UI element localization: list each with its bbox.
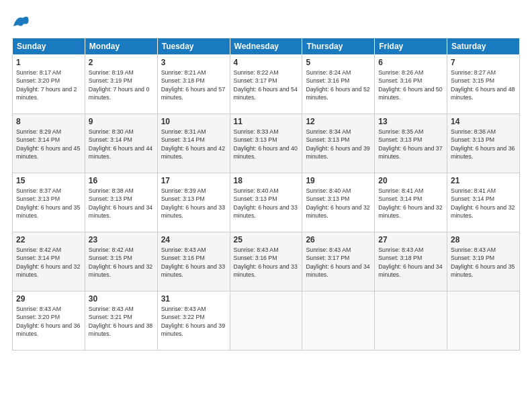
day-number: 11 — [234, 117, 299, 126]
day-number: 18 — [234, 176, 299, 185]
calendar-cell — [447, 291, 520, 351]
day-number: 12 — [306, 117, 371, 126]
day-number: 21 — [451, 176, 516, 185]
day-info: Sunrise: 8:40 AMSunset: 3:13 PMDaylight:… — [234, 187, 299, 220]
day-number: 17 — [161, 176, 226, 185]
calendar-cell: 30Sunrise: 8:43 AMSunset: 3:21 PMDayligh… — [85, 291, 157, 351]
calendar-cell: 17Sunrise: 8:39 AMSunset: 3:13 PMDayligh… — [157, 173, 230, 232]
calendar-cell: 16Sunrise: 8:38 AMSunset: 3:13 PMDayligh… — [85, 173, 157, 232]
calendar-cell: 25Sunrise: 8:43 AMSunset: 3:16 PMDayligh… — [230, 232, 302, 291]
day-info: Sunrise: 8:27 AMSunset: 3:15 PMDaylight:… — [451, 68, 516, 101]
day-number: 6 — [378, 58, 443, 67]
day-info: Sunrise: 8:31 AMSunset: 3:14 PMDaylight:… — [161, 128, 226, 161]
calendar-cell: 19Sunrise: 8:40 AMSunset: 3:13 PMDayligh… — [302, 173, 375, 232]
day-number: 7 — [451, 58, 516, 67]
day-number: 23 — [89, 235, 154, 244]
calendar-cell: 5Sunrise: 8:24 AMSunset: 3:16 PMDaylight… — [302, 55, 375, 114]
calendar-body: 1Sunrise: 8:17 AMSunset: 3:20 PMDaylight… — [13, 55, 520, 351]
day-info: Sunrise: 8:35 AMSunset: 3:13 PMDaylight:… — [378, 128, 443, 161]
day-number: 20 — [378, 176, 443, 185]
day-info: Sunrise: 8:43 AMSunset: 3:16 PMDaylight:… — [161, 246, 226, 279]
day-info: Sunrise: 8:19 AMSunset: 3:19 PMDaylight:… — [89, 68, 154, 101]
day-number: 15 — [16, 176, 81, 185]
weekday-header-tuesday: Tuesday — [157, 38, 230, 55]
day-number: 19 — [306, 176, 371, 185]
calendar-cell: 13Sunrise: 8:35 AMSunset: 3:13 PMDayligh… — [375, 114, 447, 173]
calendar-cell: 4Sunrise: 8:22 AMSunset: 3:17 PMDaylight… — [230, 55, 302, 114]
calendar-cell: 2Sunrise: 8:19 AMSunset: 3:19 PMDaylight… — [85, 55, 157, 114]
day-info: Sunrise: 8:43 AMSunset: 3:17 PMDaylight:… — [306, 246, 371, 279]
day-number: 4 — [234, 58, 299, 67]
day-number: 2 — [89, 58, 154, 67]
logo — [12, 12, 34, 31]
day-info: Sunrise: 8:21 AMSunset: 3:18 PMDaylight:… — [161, 68, 226, 101]
day-info: Sunrise: 8:42 AMSunset: 3:15 PMDaylight:… — [89, 246, 154, 279]
calendar-week-2: 8Sunrise: 8:29 AMSunset: 3:14 PMDaylight… — [13, 114, 520, 173]
day-number: 8 — [16, 117, 81, 126]
calendar-cell: 28Sunrise: 8:43 AMSunset: 3:19 PMDayligh… — [447, 232, 520, 291]
weekday-row: SundayMondayTuesdayWednesdayThursdayFrid… — [13, 38, 520, 55]
day-number: 27 — [378, 235, 443, 244]
page: SundayMondayTuesdayWednesdayThursdayFrid… — [0, 0, 532, 411]
day-number: 25 — [234, 235, 299, 244]
logo-icon — [12, 12, 31, 31]
day-number: 16 — [89, 176, 154, 185]
day-info: Sunrise: 8:22 AMSunset: 3:17 PMDaylight:… — [234, 68, 299, 101]
day-info: Sunrise: 8:38 AMSunset: 3:13 PMDaylight:… — [89, 187, 154, 220]
calendar-cell: 18Sunrise: 8:40 AMSunset: 3:13 PMDayligh… — [230, 173, 302, 232]
calendar-cell: 6Sunrise: 8:26 AMSunset: 3:16 PMDaylight… — [375, 55, 447, 114]
day-number: 31 — [161, 294, 226, 304]
calendar-cell: 12Sunrise: 8:34 AMSunset: 3:13 PMDayligh… — [302, 114, 375, 173]
day-info: Sunrise: 8:43 AMSunset: 3:19 PMDaylight:… — [451, 246, 516, 279]
day-info: Sunrise: 8:36 AMSunset: 3:13 PMDaylight:… — [451, 128, 516, 161]
calendar-cell: 1Sunrise: 8:17 AMSunset: 3:20 PMDaylight… — [13, 55, 85, 114]
day-number: 1 — [16, 58, 81, 67]
day-info: Sunrise: 8:43 AMSunset: 3:22 PMDaylight:… — [161, 305, 226, 338]
calendar-cell: 24Sunrise: 8:43 AMSunset: 3:16 PMDayligh… — [157, 232, 230, 291]
calendar-table: SundayMondayTuesdayWednesdayThursdayFrid… — [12, 38, 520, 351]
day-number: 28 — [451, 235, 516, 244]
calendar-cell: 22Sunrise: 8:42 AMSunset: 3:14 PMDayligh… — [13, 232, 85, 291]
day-info: Sunrise: 8:34 AMSunset: 3:13 PMDaylight:… — [306, 128, 371, 161]
day-info: Sunrise: 8:24 AMSunset: 3:16 PMDaylight:… — [306, 68, 371, 101]
calendar-week-1: 1Sunrise: 8:17 AMSunset: 3:20 PMDaylight… — [13, 55, 520, 114]
calendar-cell: 8Sunrise: 8:29 AMSunset: 3:14 PMDaylight… — [13, 114, 85, 173]
day-info: Sunrise: 8:43 AMSunset: 3:21 PMDaylight:… — [89, 305, 154, 338]
day-info: Sunrise: 8:40 AMSunset: 3:13 PMDaylight:… — [306, 187, 371, 220]
day-info: Sunrise: 8:33 AMSunset: 3:13 PMDaylight:… — [234, 128, 299, 161]
day-number: 22 — [16, 235, 81, 244]
day-info: Sunrise: 8:43 AMSunset: 3:20 PMDaylight:… — [16, 305, 81, 338]
day-number: 5 — [306, 58, 371, 67]
day-info: Sunrise: 8:37 AMSunset: 3:13 PMDaylight:… — [16, 187, 81, 220]
calendar-cell: 11Sunrise: 8:33 AMSunset: 3:13 PMDayligh… — [230, 114, 302, 173]
calendar-week-5: 29Sunrise: 8:43 AMSunset: 3:20 PMDayligh… — [13, 291, 520, 351]
day-number: 30 — [89, 294, 154, 304]
weekday-header-wednesday: Wednesday — [230, 38, 302, 55]
calendar-cell — [230, 291, 302, 351]
day-info: Sunrise: 8:39 AMSunset: 3:13 PMDaylight:… — [161, 187, 226, 220]
day-info: Sunrise: 8:26 AMSunset: 3:16 PMDaylight:… — [378, 68, 443, 101]
calendar-cell: 10Sunrise: 8:31 AMSunset: 3:14 PMDayligh… — [157, 114, 230, 173]
day-number: 14 — [451, 117, 516, 126]
calendar-cell: 23Sunrise: 8:42 AMSunset: 3:15 PMDayligh… — [85, 232, 157, 291]
calendar-cell: 20Sunrise: 8:41 AMSunset: 3:14 PMDayligh… — [375, 173, 447, 232]
weekday-header-monday: Monday — [85, 38, 157, 55]
calendar-cell: 14Sunrise: 8:36 AMSunset: 3:13 PMDayligh… — [447, 114, 520, 173]
day-info: Sunrise: 8:17 AMSunset: 3:20 PMDaylight:… — [16, 68, 81, 101]
calendar-week-4: 22Sunrise: 8:42 AMSunset: 3:14 PMDayligh… — [13, 232, 520, 291]
day-number: 13 — [378, 117, 443, 126]
calendar-cell: 3Sunrise: 8:21 AMSunset: 3:18 PMDaylight… — [157, 55, 230, 114]
calendar-cell: 7Sunrise: 8:27 AMSunset: 3:15 PMDaylight… — [447, 55, 520, 114]
calendar-cell: 26Sunrise: 8:43 AMSunset: 3:17 PMDayligh… — [302, 232, 375, 291]
day-info: Sunrise: 8:43 AMSunset: 3:16 PMDaylight:… — [234, 246, 299, 279]
weekday-header-sunday: Sunday — [13, 38, 85, 55]
day-number: 10 — [161, 117, 226, 126]
day-number: 26 — [306, 235, 371, 244]
weekday-header-thursday: Thursday — [302, 38, 375, 55]
calendar-cell: 29Sunrise: 8:43 AMSunset: 3:20 PMDayligh… — [13, 291, 85, 351]
day-info: Sunrise: 8:29 AMSunset: 3:14 PMDaylight:… — [16, 128, 81, 161]
calendar-cell: 21Sunrise: 8:41 AMSunset: 3:14 PMDayligh… — [447, 173, 520, 232]
day-info: Sunrise: 8:30 AMSunset: 3:14 PMDaylight:… — [89, 128, 154, 161]
weekday-header-friday: Friday — [375, 38, 447, 55]
header — [12, 12, 520, 31]
